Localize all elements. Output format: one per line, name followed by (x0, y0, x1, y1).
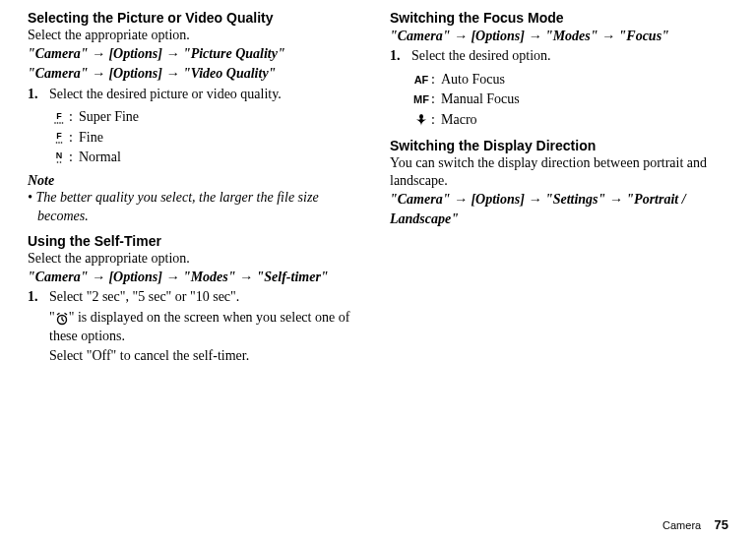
section-self-timer: Using the Self-Timer Select the appropri… (28, 233, 366, 365)
focus-label: Macro (441, 110, 477, 130)
svg-point-3 (57, 122, 59, 124)
section-display-direction: Switching the Display Direction You can … (390, 138, 728, 230)
svg-point-8 (58, 142, 60, 144)
quality-label: Fine (79, 128, 103, 148)
svg-point-9 (61, 142, 63, 144)
svg-point-2 (54, 122, 56, 124)
footer-section: Camera (662, 519, 701, 531)
list-item: F : Fine (49, 128, 366, 148)
svg-point-5 (62, 122, 64, 124)
heading-focus-mode: Switching the Focus Mode (390, 10, 728, 27)
auto-focus-icon: AF (411, 73, 431, 87)
heading-self-timer: Using the Self-Timer (28, 233, 366, 250)
svg-line-15 (62, 320, 64, 322)
step-1: Select the desired picture or video qual… (28, 86, 366, 104)
sub-note-2: Select "Off" to cancel the self-timer. (49, 347, 366, 365)
page-content: Selecting the Picture or Video Quality S… (28, 8, 728, 373)
intro-text: Select the appropriate option. (28, 27, 366, 44)
page-footer: Camera 75 (662, 517, 728, 532)
fine-icon: F (49, 131, 69, 145)
colon: : (431, 70, 441, 90)
svg-point-12 (60, 161, 62, 163)
list-item: : Macro (411, 110, 728, 130)
colon: : (431, 110, 441, 130)
list-item: AF : Auto Focus (411, 70, 728, 90)
svg-point-20 (419, 114, 423, 119)
super-fine-icon: F (49, 111, 69, 125)
colon: : (69, 148, 79, 167)
svg-line-17 (64, 314, 67, 316)
svg-text:AF: AF (414, 74, 429, 86)
quality-label: Super Fine (79, 107, 139, 127)
normal-icon: N (49, 150, 69, 164)
menu-path-self-timer: "Camera" → [Options] → "Modes" → "Self-t… (28, 268, 366, 287)
list-item: N : Normal (49, 148, 366, 167)
svg-text:F: F (56, 131, 62, 141)
heading-picture-quality: Selecting the Picture or Video Quality (28, 10, 366, 27)
colon: : (431, 90, 441, 109)
menu-path-display: "Camera" → [Options] → "Settings" → "Por… (390, 190, 728, 230)
svg-text:N: N (56, 150, 63, 160)
right-column: Switching the Focus Mode "Camera" → [Opt… (390, 8, 728, 373)
note-text: The better quality you select, the large… (35, 190, 318, 222)
quality-icon-list: F : Super Fine F : Fine N : (49, 107, 366, 167)
desc-post: " is displayed on the screen when you se… (49, 310, 349, 343)
sub-note: "" is displayed on the screen when you s… (49, 309, 366, 345)
note-label: Note (28, 173, 366, 189)
focus-icon-list: AF : Auto Focus MF : Manual Focus (411, 70, 728, 130)
step-1: Select "2 sec", "5 sec" or "10 sec". (28, 288, 366, 307)
svg-point-11 (57, 161, 59, 163)
note-body: • The better quality you select, the lar… (37, 189, 366, 224)
svg-text:MF: MF (413, 93, 429, 105)
menu-path-focus: "Camera" → [Options] → "Modes" → "Focus" (390, 27, 728, 46)
steps-list: Select the desired picture or video qual… (28, 86, 366, 104)
list-item: MF : Manual Focus (411, 90, 728, 109)
list-item: F : Super Fine (49, 107, 366, 127)
menu-path-video: "Camera" → [Options] → "Video Quality" (28, 64, 366, 84)
heading-display-direction: Switching the Display Direction (390, 138, 728, 154)
intro-text: Select the appropriate option. (28, 250, 366, 268)
colon: : (69, 128, 79, 148)
steps-list: Select the desired option. (390, 47, 728, 66)
menu-path-picture: "Camera" → [Options] → "Picture Quality" (28, 44, 366, 64)
step-1: Select the desired option. (390, 47, 728, 66)
svg-line-16 (57, 314, 60, 316)
macro-icon (411, 113, 431, 127)
focus-label: Auto Focus (441, 70, 505, 90)
svg-point-7 (56, 142, 58, 144)
svg-text:F: F (56, 111, 62, 121)
steps-list: Select "2 sec", "5 sec" or "10 sec". (28, 288, 366, 307)
left-column: Selecting the Picture or Video Quality S… (28, 8, 366, 373)
self-timer-icon (55, 310, 69, 328)
quality-label: Normal (79, 148, 121, 167)
section-picture-quality: Selecting the Picture or Video Quality S… (28, 10, 366, 225)
section-focus-mode: Switching the Focus Mode "Camera" → [Opt… (390, 10, 728, 130)
footer-page-number: 75 (715, 517, 728, 532)
colon: : (69, 107, 79, 127)
svg-point-4 (59, 122, 61, 124)
body-text: You can switch the display direction bet… (390, 154, 728, 190)
manual-focus-icon: MF (411, 92, 431, 106)
focus-label: Manual Focus (441, 90, 520, 109)
